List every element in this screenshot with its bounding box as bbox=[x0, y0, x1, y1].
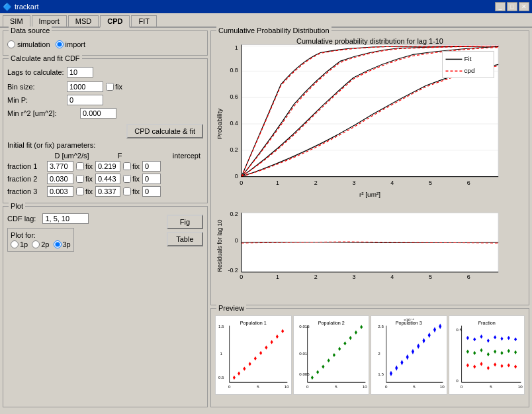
simulation-label: simulation bbox=[17, 40, 50, 48]
svg-text:1: 1 bbox=[220, 351, 223, 356]
svg-text:0.5: 0.5 bbox=[218, 375, 224, 380]
fraction2-f-fix-checkbox[interactable] bbox=[123, 175, 131, 183]
fraction2-label: fraction 2 bbox=[7, 175, 47, 183]
params-section: Initial fit (or fix) parameters: D [um^2… bbox=[7, 141, 203, 197]
tab-cpd[interactable]: CPD bbox=[100, 15, 130, 28]
svg-text:r² [um²]: r² [um²] bbox=[359, 191, 380, 198]
lags-input[interactable] bbox=[67, 67, 93, 78]
svg-text:1: 1 bbox=[235, 44, 238, 51]
app-icon: 🔷 bbox=[3, 3, 12, 11]
residuals-chart: 0.2 0 -0.2 0 1 2 3 4 5 6 Residuals for l… bbox=[215, 209, 525, 284]
main-content: Data source simulation import Calculate … bbox=[0, 28, 532, 410]
plot-title: Plot bbox=[9, 202, 25, 210]
binsize-input[interactable] bbox=[67, 81, 103, 92]
minr2-input[interactable] bbox=[80, 108, 116, 119]
svg-text:3: 3 bbox=[353, 274, 356, 280]
svg-text:0: 0 bbox=[385, 384, 388, 389]
svg-text:0.2: 0.2 bbox=[230, 211, 238, 217]
import-radio[interactable] bbox=[56, 40, 64, 48]
fraction1-intercept-input[interactable] bbox=[142, 161, 161, 172]
cdf-lag-label: CDF lag: bbox=[7, 215, 36, 223]
tab-fit[interactable]: FIT bbox=[131, 15, 157, 26]
svg-text:0: 0 bbox=[306, 384, 308, 389]
fraction1-d-input[interactable] bbox=[47, 161, 73, 172]
svg-text:0.01: 0.01 bbox=[299, 351, 308, 356]
title-bar-left: 🔷 trackart bbox=[3, 3, 39, 11]
cpd-group: Cumulative Probability Distribution Cumu… bbox=[210, 30, 529, 305]
fraction1-d-fix-checkbox[interactable] bbox=[76, 162, 84, 170]
plot-2p-radio[interactable] bbox=[32, 240, 40, 248]
fraction2-f-input[interactable] bbox=[95, 174, 120, 184]
plot-3p-label: 3p bbox=[63, 240, 71, 248]
svg-text:Fit: Fit bbox=[464, 55, 471, 62]
plot-3p-radio[interactable] bbox=[54, 240, 62, 248]
simulation-option[interactable]: simulation bbox=[7, 40, 50, 48]
chart-title-text: Cumulative probability distribution for … bbox=[296, 38, 443, 45]
binsize-fix-label: fix bbox=[115, 83, 122, 91]
fraction-svg: Fraction 0.5 0 0 5 10 bbox=[449, 316, 525, 394]
fig-button[interactable]: Fig bbox=[167, 215, 203, 229]
tab-import[interactable]: Import bbox=[32, 15, 67, 26]
fraction1-f-fix-checkbox[interactable] bbox=[123, 162, 131, 170]
svg-text:3: 3 bbox=[353, 180, 356, 186]
mini-chart-fraction: Fraction 0.5 0 0 5 10 bbox=[449, 315, 525, 395]
minp-label: Min P: bbox=[7, 96, 67, 104]
svg-text:2: 2 bbox=[314, 274, 318, 280]
svg-text:0: 0 bbox=[235, 173, 238, 180]
plot-group: Plot CDF lag: Plot for: 1p bbox=[3, 206, 208, 407]
residuals-svg: 0.2 0 -0.2 0 1 2 3 4 5 6 Residuals for l… bbox=[215, 209, 525, 282]
svg-text:2: 2 bbox=[314, 180, 318, 186]
svg-text:5: 5 bbox=[490, 384, 492, 389]
plot-3p-option[interactable]: 3p bbox=[54, 240, 71, 248]
plot-1p-radio[interactable] bbox=[11, 240, 19, 248]
fraction2-d-input[interactable] bbox=[47, 174, 73, 184]
fraction3-d-input[interactable] bbox=[47, 186, 73, 197]
fraction1-f-fix[interactable]: fix bbox=[123, 162, 140, 170]
svg-text:6: 6 bbox=[467, 180, 470, 186]
fraction3-f-input[interactable] bbox=[95, 186, 120, 197]
plot-1p-option[interactable]: 1p bbox=[11, 240, 28, 248]
plot-for-label: Plot for: bbox=[11, 231, 36, 239]
f-header: F bbox=[97, 152, 143, 160]
svg-text:0.6: 0.6 bbox=[230, 93, 238, 100]
fraction2-f-fix[interactable]: fix bbox=[123, 175, 140, 183]
svg-text:0: 0 bbox=[235, 237, 238, 244]
svg-text:Population 2: Population 2 bbox=[318, 320, 344, 326]
close-button[interactable]: ✕ bbox=[519, 2, 529, 11]
minp-input[interactable] bbox=[67, 95, 103, 105]
data-source-group: Data source simulation import bbox=[3, 30, 208, 56]
tab-sim[interactable]: SIM bbox=[3, 15, 30, 26]
cdf-lag-input[interactable] bbox=[42, 213, 89, 224]
fraction3-d-fix-checkbox[interactable] bbox=[76, 187, 84, 195]
svg-text:5: 5 bbox=[257, 384, 259, 389]
cdf-lag-row: CDF lag: bbox=[7, 213, 161, 224]
svg-text:10: 10 bbox=[440, 384, 445, 389]
fraction3-f-fix-checkbox[interactable] bbox=[123, 187, 131, 195]
simulation-radio[interactable] bbox=[7, 40, 15, 48]
fraction3-intercept-input[interactable] bbox=[142, 186, 161, 197]
fraction3-f-fix[interactable]: fix bbox=[123, 187, 140, 195]
svg-text:6: 6 bbox=[467, 274, 470, 280]
import-option[interactable]: import bbox=[56, 40, 86, 48]
title-bar: 🔷 trackart _ □ ✕ bbox=[0, 0, 532, 13]
fraction2-intercept-input[interactable] bbox=[142, 174, 161, 184]
svg-text:0: 0 bbox=[240, 274, 243, 280]
binsize-fix-checkbox[interactable] bbox=[106, 83, 114, 91]
fraction1-f-input[interactable] bbox=[95, 161, 120, 172]
plot-2p-option[interactable]: 2p bbox=[32, 240, 49, 248]
table-button[interactable]: Table bbox=[167, 232, 203, 246]
minimize-button[interactable]: _ bbox=[495, 2, 506, 11]
title-bar-controls[interactable]: _ □ ✕ bbox=[495, 2, 529, 11]
lags-row: Lags to calculate: bbox=[7, 67, 203, 78]
maximize-button[interactable]: □ bbox=[507, 2, 517, 11]
svg-text:5: 5 bbox=[429, 180, 432, 186]
svg-text:1.5: 1.5 bbox=[378, 372, 384, 376]
fraction2-d-fix[interactable]: fix bbox=[76, 175, 93, 183]
fraction1-d-fix[interactable]: fix bbox=[76, 162, 93, 170]
fraction3-d-fix[interactable]: fix bbox=[76, 187, 93, 195]
tab-msd[interactable]: MSD bbox=[68, 15, 99, 26]
fraction2-d-fix-checkbox[interactable] bbox=[76, 175, 84, 183]
svg-text:-0.2: -0.2 bbox=[228, 267, 238, 274]
d-header: D [um^2/s] bbox=[47, 152, 97, 160]
cpd-calc-fit-button[interactable]: CPD calculate & fit bbox=[126, 124, 203, 138]
